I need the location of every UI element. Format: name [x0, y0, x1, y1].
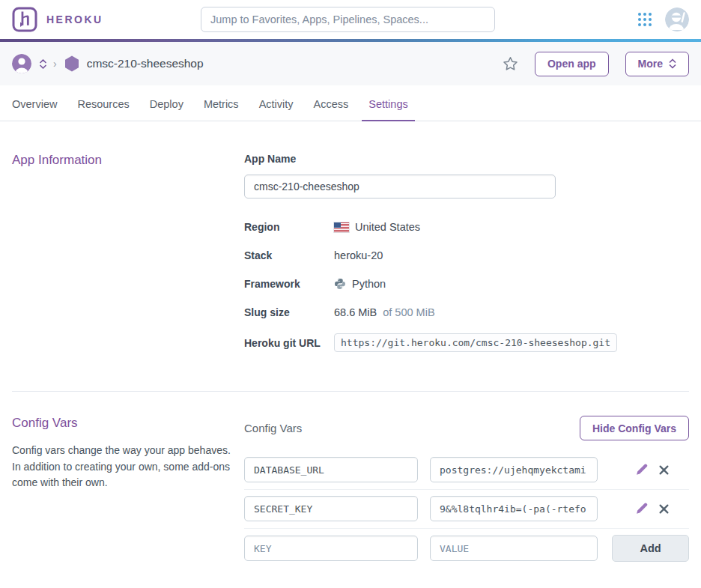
switcher-caret-icon[interactable] [39, 58, 47, 70]
app-tabs: Overview Resources Deploy Metrics Activi… [0, 85, 701, 121]
tab-resources[interactable]: Resources [77, 85, 129, 121]
pencil-icon [635, 503, 648, 515]
new-config-var-key-input[interactable] [244, 536, 418, 561]
region-row: Region United States [244, 219, 689, 234]
python-icon [334, 278, 346, 290]
config-var-value-input[interactable] [430, 496, 598, 521]
delete-config-var-button[interactable] [659, 465, 669, 475]
framework-label: Framework [244, 278, 334, 290]
app-information-title: App Information [12, 153, 244, 168]
stack-row: Stack heroku-20 [244, 248, 689, 263]
config-vars-description: Config vars change the way your app beha… [12, 443, 235, 491]
close-icon [659, 504, 669, 514]
config-var-value-input[interactable] [430, 457, 598, 482]
open-app-label: Open app [547, 58, 596, 70]
heroku-logo[interactable]: HEROKU [12, 7, 103, 32]
more-label: More [638, 58, 663, 70]
stack-value: heroku-20 [334, 249, 383, 261]
edit-config-var-button[interactable] [635, 503, 648, 515]
new-config-var-row: Add [244, 535, 689, 562]
hide-config-vars-label: Hide Config Vars [592, 422, 676, 434]
owner-avatar[interactable] [12, 54, 31, 73]
open-app-button[interactable]: Open app [535, 52, 609, 76]
us-flag-icon [334, 222, 349, 232]
more-caret-icon [669, 58, 676, 69]
tab-metrics[interactable]: Metrics [204, 85, 239, 121]
new-config-var-value-input[interactable] [430, 536, 598, 561]
slug-size-row: Slug size 68.6 MiB of 500 MiB [244, 305, 689, 320]
region-label: Region [244, 221, 334, 233]
slug-size-value: 68.6 MiB [334, 306, 377, 318]
framework-row: Framework Python [244, 276, 689, 291]
more-button[interactable]: More [625, 52, 689, 76]
config-vars-section: Config Vars Config vars change the way y… [12, 392, 689, 562]
tab-access[interactable]: Access [314, 85, 349, 121]
app-hexagon-icon [64, 55, 79, 72]
add-config-var-button[interactable]: Add [612, 535, 689, 562]
hide-config-vars-button[interactable]: Hide Config Vars [580, 416, 689, 440]
config-var-row [244, 496, 689, 529]
breadcrumb-separator: › [53, 58, 57, 70]
delete-config-var-button[interactable] [659, 504, 669, 514]
app-name-breadcrumb[interactable]: cmsc-210-sheeseshop [87, 57, 204, 70]
stack-label: Stack [244, 249, 334, 261]
brand-wordmark: HEROKU [46, 13, 103, 25]
app-name-input[interactable] [244, 175, 556, 198]
close-icon [659, 465, 669, 475]
config-var-row [244, 457, 689, 490]
git-url-label: Heroku git URL [244, 337, 334, 349]
config-vars-panel-label: Config Vars [244, 422, 302, 434]
tab-overview[interactable]: Overview [12, 85, 57, 121]
git-url-row: Heroku git URL https://git.heroku.com/cm… [244, 333, 689, 352]
slug-size-limit: of 500 MiB [383, 306, 434, 318]
app-name-label: App Name [244, 153, 689, 165]
breadcrumb: › cmsc-210-sheeseshop Open app More [0, 42, 701, 85]
tab-settings[interactable]: Settings [368, 85, 407, 121]
apps-grid-icon[interactable] [638, 13, 652, 26]
slug-size-label: Slug size [244, 306, 334, 318]
edit-config-var-button[interactable] [635, 464, 648, 476]
tab-deploy[interactable]: Deploy [150, 85, 183, 121]
top-nav: HEROKU [0, 0, 701, 39]
pencil-icon [635, 464, 648, 476]
config-var-key-input[interactable] [244, 457, 418, 482]
git-url-value[interactable]: https://git.heroku.com/cmsc-210-sheesesh… [334, 333, 617, 352]
region-value: United States [355, 221, 420, 233]
app-information-section: App Information App Name Region United S… [12, 121, 689, 352]
tab-activity[interactable]: Activity [259, 85, 294, 121]
global-search-input[interactable] [201, 7, 495, 32]
config-vars-title: Config Vars [12, 416, 244, 431]
favorite-star-icon[interactable] [503, 56, 518, 71]
heroku-logo-icon [12, 7, 37, 32]
user-avatar[interactable] [665, 7, 689, 31]
config-var-key-input[interactable] [244, 496, 418, 521]
framework-value: Python [352, 278, 386, 290]
